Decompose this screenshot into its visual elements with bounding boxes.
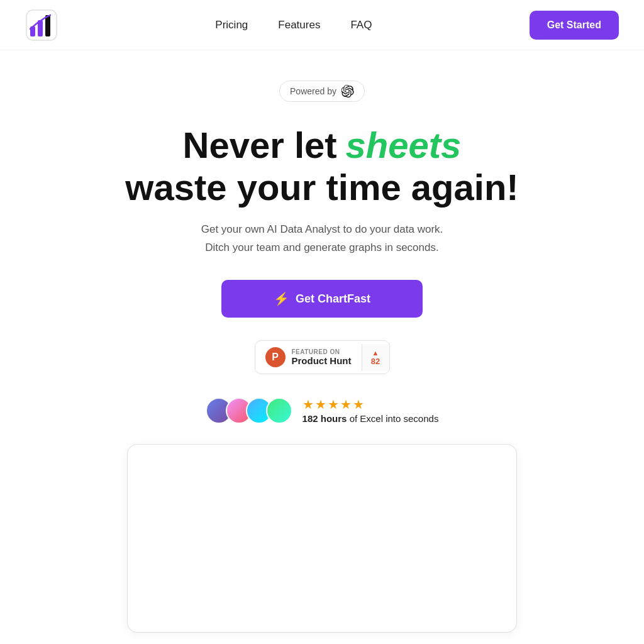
ph-logo-icon: P xyxy=(265,347,286,367)
review-desc-rest: of Excel into seconds xyxy=(347,413,438,424)
hero-headline: Never let sheets waste your time again! xyxy=(125,125,518,208)
review-hours: 182 hours xyxy=(303,413,347,424)
navbar: Pricing Features FAQ Get Started xyxy=(0,0,644,50)
ph-upvote-icon: ▲ xyxy=(372,349,379,357)
star-1: ★ xyxy=(303,397,314,412)
demo-card xyxy=(127,444,517,633)
star-2: ★ xyxy=(315,397,326,412)
review-description: 182 hours of Excel into seconds xyxy=(303,413,439,424)
openai-icon xyxy=(341,85,354,97)
avatar-4 xyxy=(266,397,292,424)
product-hunt-badge[interactable]: P FEATURED ON Product Hunt ▲ 82 xyxy=(255,340,390,374)
nav-get-started-button[interactable]: Get Started xyxy=(530,11,619,40)
logo[interactable] xyxy=(25,9,58,42)
hero-sub-line2: Ditch your team and generate graphs in s… xyxy=(205,242,438,253)
nav-links: Pricing Features FAQ xyxy=(215,19,372,31)
ph-featured-label: FEATURED ON xyxy=(292,348,352,355)
reviews-row: ★ ★ ★ ★ ★ 182 hours of Excel into second… xyxy=(206,397,439,424)
hero-line1-prefix: Never let xyxy=(183,125,337,167)
ph-product-name: Product Hunt xyxy=(292,355,352,366)
ph-left: P FEATURED ON Product Hunt xyxy=(255,341,362,374)
nav-pricing[interactable]: Pricing xyxy=(215,19,248,31)
hero-sheets-word: sheets xyxy=(346,125,462,167)
powered-by-badge: Powered by xyxy=(279,80,365,102)
reviews-text: ★ ★ ★ ★ ★ 182 hours of Excel into second… xyxy=(303,397,439,424)
star-rating: ★ ★ ★ ★ ★ xyxy=(303,397,439,412)
powered-by-label: Powered by xyxy=(290,86,336,96)
hero-line2: waste your time again! xyxy=(125,167,518,209)
ph-votes: ▲ 82 xyxy=(362,344,389,371)
star-5: ★ xyxy=(353,397,364,412)
nav-faq[interactable]: FAQ xyxy=(350,19,372,31)
star-4: ★ xyxy=(340,397,352,412)
svg-rect-3 xyxy=(45,15,50,36)
bolt-icon: ⚡ xyxy=(274,291,289,306)
star-3: ★ xyxy=(328,397,339,412)
ph-vote-count: 82 xyxy=(371,357,380,366)
hero-subheading: Get your own AI Data Analyst to do your … xyxy=(201,221,443,257)
get-chartfast-button[interactable]: ⚡ Get ChartFast xyxy=(221,280,423,318)
cta-label: Get ChartFast xyxy=(296,292,370,306)
ph-text: FEATURED ON Product Hunt xyxy=(292,348,352,366)
main-content: Powered by Never let sheets waste your t… xyxy=(0,50,644,644)
logo-icon xyxy=(25,9,58,42)
nav-features[interactable]: Features xyxy=(278,19,320,31)
hero-sub-line1: Get your own AI Data Analyst to do your … xyxy=(201,223,443,235)
avatars xyxy=(206,397,292,424)
